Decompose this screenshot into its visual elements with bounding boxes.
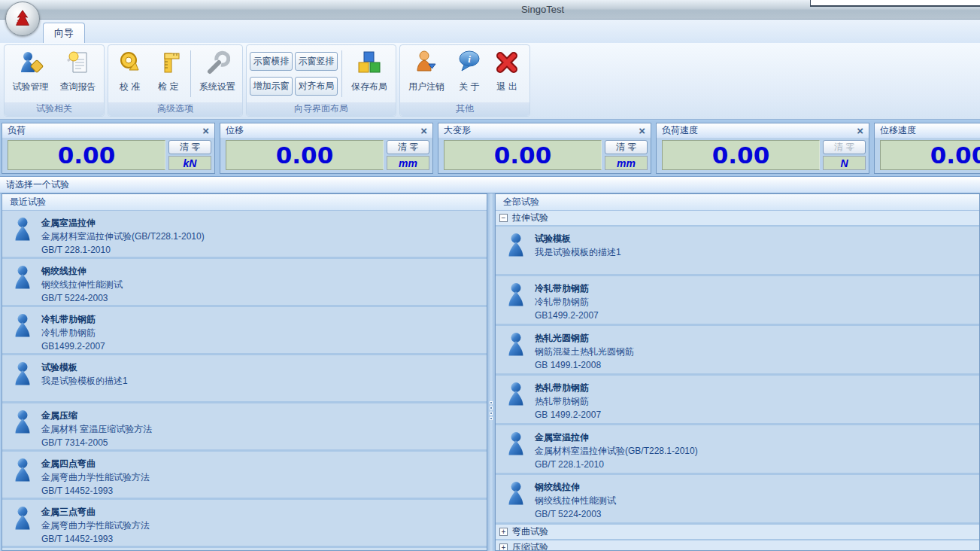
gauge-titlebar: 位移速度 bbox=[875, 123, 980, 139]
gauge-body: 0.00 bbox=[875, 139, 980, 173]
gauge-side: 清 零mm bbox=[605, 140, 648, 170]
test-item[interactable]: 金属四点弯曲金属弯曲力学性能试验方法GB/T 14452-1993 bbox=[2, 452, 487, 500]
test-item-title: 冷轧带肋钢筋 bbox=[535, 282, 599, 295]
gauge-panel: 大变形×0.00清 零mm bbox=[438, 123, 651, 174]
test-item[interactable]: 试验模板我是试验模板的描述1 bbox=[2, 355, 487, 403]
background-window-edge[interactable] bbox=[810, 0, 980, 7]
collapse-icon[interactable]: − bbox=[499, 214, 508, 222]
test-item[interactable]: 热轧光圆钢筋钢筋混凝土热轧光圆钢筋GB 1499.1-2008 bbox=[496, 326, 979, 376]
tape-measure-icon bbox=[117, 50, 143, 78]
test-item[interactable]: 金属压缩金属材料 室温压缩试验方法GB/T 7314-2005 bbox=[2, 403, 487, 452]
test-pawn-icon bbox=[13, 506, 37, 546]
expand-icon[interactable]: + bbox=[499, 528, 508, 536]
test-item-text: 金属四点弯曲金属弯曲力学性能试验方法GB/T 14452-1993 bbox=[41, 452, 150, 498]
ribbon-group-label: 其他 bbox=[400, 102, 529, 116]
clear-zero-button[interactable]: 清 零 bbox=[605, 140, 648, 154]
ribbon: 试验管理 查询报告 试验相关 bbox=[0, 43, 980, 120]
gauge-strip: 负荷×0.00清 零kN位移×0.00清 零mm大变形×0.00清 零mm负荷速… bbox=[0, 120, 980, 176]
expand-icon[interactable]: + bbox=[499, 543, 508, 551]
test-item-description: 钢筋混凝土热轧光圆钢筋 bbox=[535, 345, 634, 358]
test-item-text: 钢绞线拉伸钢绞线拉伸性能测试GB/T 5224-2003 bbox=[41, 259, 123, 305]
exit-button[interactable]: 退 出 bbox=[489, 47, 525, 101]
test-item-standard: GB 1499.1-2008 bbox=[535, 358, 634, 372]
windows-horizontal-button[interactable]: 示窗横排 bbox=[250, 52, 293, 71]
test-management-label: 试验管理 bbox=[13, 81, 49, 93]
ribbon-group-wizard-layout: 示窗横排 示窗竖排 增加示窗 对齐布局 保存布局 向导界面布局 bbox=[246, 44, 396, 117]
test-item-standard: GB1499.2-2007 bbox=[535, 309, 599, 322]
test-pawn-icon bbox=[506, 332, 530, 373]
gauge-title: 负荷速度 bbox=[662, 124, 857, 137]
close-icon[interactable]: × bbox=[420, 126, 427, 136]
test-item-title: 热轧光圆钢筋 bbox=[535, 331, 634, 345]
test-item[interactable]: 钢绞线拉伸钢绞线拉伸性能测试GB/T 5224-2003 bbox=[496, 475, 979, 525]
tree-node[interactable]: −拉伸试验 bbox=[496, 211, 979, 227]
test-item-text: 冷轧带肋钢筋冷轧带肋钢筋GB1499.2-2007 bbox=[41, 307, 105, 353]
system-settings-button[interactable]: 系统设置 bbox=[195, 47, 239, 101]
query-report-label: 查询报告 bbox=[60, 81, 96, 93]
query-report-button[interactable]: 查询报告 bbox=[55, 47, 101, 101]
gauge-title: 负荷 bbox=[8, 124, 202, 137]
ribbon-group-label: 试验相关 bbox=[5, 102, 104, 116]
clear-zero-button[interactable]: 清 零 bbox=[168, 140, 211, 154]
all-tests-tree: −拉伸试验试验模板我是试验模板的描述1冷轧带肋钢筋冷轧带肋钢筋GB1499.2-… bbox=[496, 211, 979, 551]
test-item[interactable]: 试验模板我是试验模板的描述1 bbox=[496, 227, 979, 276]
close-icon[interactable]: × bbox=[857, 126, 863, 136]
tree-node[interactable]: +压缩试验 bbox=[496, 540, 979, 551]
test-item-title: 钢绞线拉伸 bbox=[535, 480, 616, 494]
calibrate-button[interactable]: 校 准 bbox=[111, 47, 148, 101]
test-item[interactable]: 金属室温拉伸金属材料室温拉伸试验(GB/T228.1-2010)GB/T 228… bbox=[2, 211, 487, 259]
tab-wizard[interactable]: 向导 bbox=[43, 23, 85, 43]
close-icon[interactable]: × bbox=[202, 126, 209, 136]
recent-tests-list: 金属室温拉伸金属材料室温拉伸试验(GB/T228.1-2010)GB/T 228… bbox=[2, 211, 487, 548]
test-item[interactable]: 冷轧带肋钢筋冷轧带肋钢筋GB1499.2-2007 bbox=[2, 307, 487, 355]
test-management-icon bbox=[18, 50, 44, 78]
align-layout-button[interactable]: 对齐布局 bbox=[295, 77, 338, 96]
test-item-standard: GB/T 228.1-2010 bbox=[41, 243, 205, 257]
svg-text:i: i bbox=[468, 53, 471, 65]
calibrate-label: 校 准 bbox=[120, 81, 140, 93]
test-pawn-icon bbox=[506, 233, 530, 274]
verify-label: 检 定 bbox=[158, 81, 178, 93]
test-item[interactable]: 金属三点弯曲金属弯曲力学性能试验方法GB/T 14452-1993 bbox=[2, 500, 487, 548]
test-item-text: 热轧光圆钢筋钢筋混凝土热轧光圆钢筋GB 1499.1-2008 bbox=[535, 326, 634, 373]
gauge-side: 清 零N bbox=[823, 140, 866, 170]
test-item-text: 金属压缩金属材料 室温压缩试验方法GB/T 7314-2005 bbox=[41, 403, 152, 449]
panel-splitter[interactable] bbox=[487, 193, 495, 551]
app-logo-icon bbox=[12, 8, 33, 29]
save-layout-button[interactable]: 保存布局 bbox=[346, 47, 393, 101]
app-menu-button[interactable] bbox=[5, 2, 40, 36]
window-titlebar: SingoTest bbox=[0, 0, 980, 20]
windows-vertical-button[interactable]: 示窗竖排 bbox=[295, 52, 338, 71]
ribbon-group-advanced: 校 准 检 定 系统设置 bbox=[108, 44, 243, 117]
test-item-title: 金属室温拉伸 bbox=[41, 216, 205, 230]
clear-zero-button[interactable]: 清 零 bbox=[387, 140, 429, 154]
test-item-text: 试验模板我是试验模板的描述1 bbox=[535, 227, 621, 274]
add-window-button[interactable]: 增加示窗 bbox=[250, 77, 293, 96]
test-item[interactable]: 热轧带肋钢筋热轧带肋钢筋GB 1499.2-2007 bbox=[496, 376, 979, 425]
panel-header: 最近试验 bbox=[2, 194, 487, 211]
test-item-description: 钢绞线拉伸性能测试 bbox=[535, 494, 616, 507]
test-item-text: 金属室温拉伸金属材料室温拉伸试验(GB/T228.1-2010)GB/T 228… bbox=[535, 425, 698, 473]
tree-node-label: 拉伸试验 bbox=[512, 212, 548, 224]
gauge-panel: 负荷速度×0.00清 零N bbox=[656, 123, 869, 174]
exit-icon bbox=[494, 50, 520, 78]
user-logout-button[interactable]: 用户注销 bbox=[403, 47, 450, 101]
gauge-panel: 位移×0.00清 零mm bbox=[220, 123, 433, 174]
test-item-standard: GB 1499.2-2007 bbox=[535, 408, 601, 422]
test-item-text: 金属室温拉伸金属材料室温拉伸试验(GB/T228.1-2010)GB/T 228… bbox=[41, 211, 205, 257]
gauge-titlebar: 负荷速度× bbox=[657, 123, 869, 139]
tree-node[interactable]: +弯曲试验 bbox=[496, 525, 979, 540]
select-test-prompt: 请选择一个试验 bbox=[0, 176, 980, 193]
close-icon[interactable]: × bbox=[639, 126, 645, 136]
test-item-description: 钢绞线拉伸性能测试 bbox=[41, 278, 123, 291]
user-logout-label: 用户注销 bbox=[408, 81, 444, 93]
gauge-title: 大变形 bbox=[444, 124, 639, 137]
system-settings-label: 系统设置 bbox=[199, 81, 235, 93]
gauge-title: 位移 bbox=[226, 124, 420, 137]
test-item[interactable]: 冷轧带肋钢筋冷轧带肋钢筋GB1499.2-2007 bbox=[496, 276, 979, 326]
test-item[interactable]: 金属室温拉伸金属材料室温拉伸试验(GB/T228.1-2010)GB/T 228… bbox=[496, 425, 979, 475]
test-item[interactable]: 钢绞线拉伸钢绞线拉伸性能测试GB/T 5224-2003 bbox=[2, 259, 487, 307]
verify-button[interactable]: 检 定 bbox=[150, 47, 187, 101]
about-button[interactable]: i 关 于 bbox=[451, 47, 487, 101]
test-management-button[interactable]: 试验管理 bbox=[8, 47, 53, 101]
